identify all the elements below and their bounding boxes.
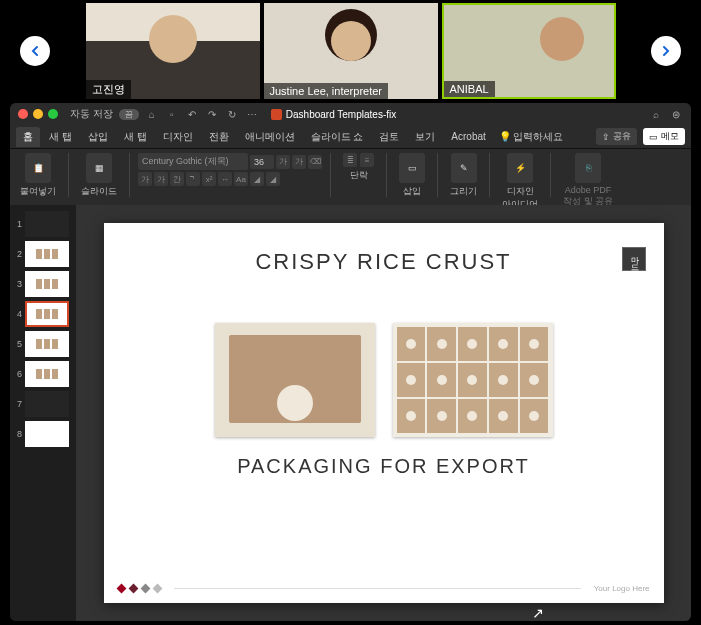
shapes-button[interactable]: ▭ xyxy=(399,153,425,183)
new-slide-button[interactable]: ▦ xyxy=(86,153,112,183)
font-size-input[interactable]: 36 xyxy=(250,155,274,169)
account-icon[interactable]: ⊜ xyxy=(669,107,683,121)
group-label: 단락 xyxy=(350,169,368,182)
video-prev-button[interactable] xyxy=(20,36,50,66)
tab-insert[interactable]: 삽입 xyxy=(81,127,115,147)
participant-name: 고진영 xyxy=(86,80,131,99)
cursor-icon xyxy=(532,605,544,621)
subscript-button[interactable]: x² xyxy=(202,172,216,186)
tab-acrobat[interactable]: Acrobat xyxy=(444,128,492,145)
slide-thumbnail[interactable]: 4 xyxy=(10,299,76,329)
tab-new2[interactable]: 새 탭 xyxy=(117,127,154,147)
slides-group: ▦ 슬라이드 xyxy=(77,153,121,198)
video-tile[interactable]: ANIBAL xyxy=(442,3,616,99)
strike-button[interactable]: ᄏ xyxy=(186,172,200,186)
window-titlebar: 자동 저장 끔 ⌂ ▫ ↶ ↷ ↻ ⋯ Dashboard Templates-… xyxy=(10,103,691,125)
participant-name: ANIBAL xyxy=(444,81,495,97)
divider xyxy=(437,153,438,197)
slide-title: CRISPY RICE CRUST xyxy=(104,223,664,275)
paragraph-group: ≣ ≡ 단락 xyxy=(339,153,378,182)
slide[interactable]: CRISPY RICE CRUST 마드 PACKAGING FOR EXPOR… xyxy=(104,223,664,603)
search-icon[interactable]: ⌕ xyxy=(649,107,663,121)
group-label: 붙여넣기 xyxy=(20,185,56,198)
home-icon[interactable]: ⌂ xyxy=(145,107,159,121)
slide-thumbnail[interactable]: 8 xyxy=(10,419,76,449)
chevron-right-icon xyxy=(658,43,674,59)
share-button[interactable]: ⇪공유 xyxy=(596,128,637,145)
bold-button[interactable]: 가 xyxy=(138,172,152,186)
participant-name: Justine Lee, interpreter xyxy=(264,83,389,99)
comments-button[interactable]: ▭메모 xyxy=(643,128,685,145)
increase-font-button[interactable]: 가 xyxy=(276,155,290,169)
font-color-button[interactable]: ◢ xyxy=(250,172,264,186)
tab-new[interactable]: 새 탭 xyxy=(42,127,79,147)
adobe-pdf-button[interactable]: ⎘ xyxy=(575,153,601,183)
slide-thumbnail[interactable]: 7 xyxy=(10,389,76,419)
char-spacing-button[interactable]: ↔ xyxy=(218,172,232,186)
ribbon-tabs: 홈 새 탭 삽입 새 탭 디자인 전환 애니메이션 슬라이드 쇼 검토 보기 A… xyxy=(10,125,691,149)
divider xyxy=(68,153,69,197)
document-title: Dashboard Templates-fix xyxy=(271,109,396,120)
draw-button[interactable]: ✎ xyxy=(451,153,477,183)
group-label: 슬라이드 xyxy=(81,185,117,198)
slide-subtitle: PACKAGING FOR EXPORT xyxy=(104,455,664,478)
workspace: 12345678 CRISPY RICE CRUST 마드 PACKAGING … xyxy=(10,205,691,621)
ribbon-toolbar: 📋 붙여넣기 ▦ 슬라이드 Century Gothic (제목) 36 가 가… xyxy=(10,149,691,205)
clipboard-group: 📋 붙여넣기 xyxy=(16,153,60,198)
save-icon[interactable]: ▫ xyxy=(165,107,179,121)
change-case-button[interactable]: Aa xyxy=(234,172,248,186)
slide-thumbnail-panel[interactable]: 12345678 xyxy=(10,205,76,621)
tab-slideshow[interactable]: 슬라이드 쇼 xyxy=(304,127,371,147)
more-icon[interactable]: ⋯ xyxy=(245,107,259,121)
comment-icon: ▭ xyxy=(649,132,658,142)
chevron-left-icon xyxy=(27,43,43,59)
divider xyxy=(386,153,387,197)
clear-format-button[interactable]: ⌫ xyxy=(308,155,322,169)
bullets-button[interactable]: ≣ xyxy=(343,153,357,167)
tab-design[interactable]: 디자인 xyxy=(156,127,200,147)
align-button[interactable]: ≡ xyxy=(360,153,374,167)
tell-me-input[interactable]: 입력하세요 xyxy=(513,130,563,144)
draw-group: ✎ 그리기 xyxy=(446,153,481,198)
font-family-select[interactable]: Century Gothic (제목) xyxy=(138,153,248,170)
autosave-label: 자동 저장 xyxy=(70,107,113,121)
slide-thumbnail[interactable]: 6 xyxy=(10,359,76,389)
group-label: 삽입 xyxy=(403,185,421,198)
highlight-button[interactable]: ◢ xyxy=(266,172,280,186)
video-tile[interactable]: 고진영 xyxy=(86,3,260,99)
design-ideas-button[interactable]: ⚡ xyxy=(507,153,533,183)
window-controls[interactable] xyxy=(18,109,58,119)
tab-home[interactable]: 홈 xyxy=(16,127,40,147)
slide-badge: 마드 xyxy=(622,247,646,271)
video-tile[interactable]: Justine Lee, interpreter xyxy=(264,3,438,99)
slide-thumbnail[interactable]: 3 xyxy=(10,269,76,299)
redo-icon[interactable]: ↷ xyxy=(205,107,219,121)
slide-thumbnail[interactable]: 2 xyxy=(10,239,76,269)
slide-canvas-area: CRISPY RICE CRUST 마드 PACKAGING FOR EXPOR… xyxy=(76,205,691,621)
tab-transitions[interactable]: 전환 xyxy=(202,127,236,147)
tell-me-icon[interactable]: 💡 xyxy=(499,131,511,142)
autosave-toggle[interactable]: 끔 xyxy=(119,109,139,120)
decrease-font-button[interactable]: 가 xyxy=(292,155,306,169)
designer-group: ⚡ 디자인 아이디어 xyxy=(498,153,542,211)
underline-button[interactable]: 간 xyxy=(170,172,184,186)
packaging-image xyxy=(393,323,553,437)
repeat-icon[interactable]: ↻ xyxy=(225,107,239,121)
tab-animations[interactable]: 애니메이션 xyxy=(238,127,302,147)
undo-icon[interactable]: ↶ xyxy=(185,107,199,121)
tab-review[interactable]: 검토 xyxy=(372,127,406,147)
divider xyxy=(330,153,331,197)
adobe-group: ⎘ Adobe PDF 작성 및 공유 xyxy=(559,153,617,208)
slide-thumbnail[interactable]: 1 xyxy=(10,209,76,239)
video-next-button[interactable] xyxy=(651,36,681,66)
slide-thumbnail[interactable]: 5 xyxy=(10,329,76,359)
tab-view[interactable]: 보기 xyxy=(408,127,442,147)
insert-group: ▭ 삽입 xyxy=(395,153,429,198)
italic-button[interactable]: 가 xyxy=(154,172,168,186)
product-image xyxy=(215,323,375,437)
ribbon: 홈 새 탭 삽입 새 탭 디자인 전환 애니메이션 슬라이드 쇼 검토 보기 A… xyxy=(10,125,691,205)
paste-button[interactable]: 📋 xyxy=(25,153,51,183)
powerpoint-window: 자동 저장 끔 ⌂ ▫ ↶ ↷ ↻ ⋯ Dashboard Templates-… xyxy=(10,103,691,621)
logo-placeholder: Your Logo Here xyxy=(594,584,650,593)
share-icon: ⇪ xyxy=(602,132,610,142)
